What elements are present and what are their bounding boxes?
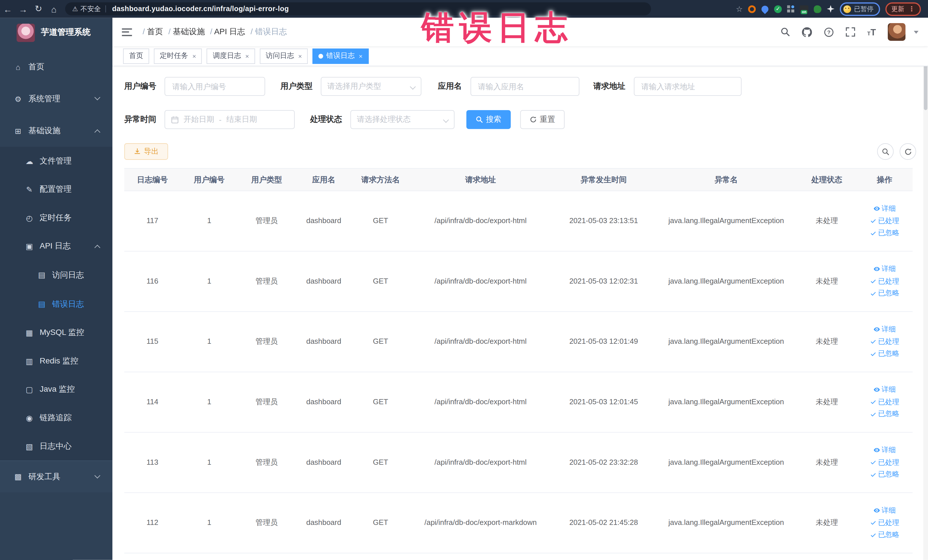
breadcrumb: / 首页 / 基础设施 / API 日志 xyxy=(143,26,287,37)
table-body: 117 1 管理员 dashboard GET /api/infra/db-do… xyxy=(124,191,913,554)
search-icon[interactable] xyxy=(781,27,790,37)
mark-processed-link[interactable]: 已处理 xyxy=(870,518,899,528)
mark-ignored-link[interactable]: 已忽略 xyxy=(870,349,899,359)
close-icon[interactable]: × xyxy=(359,52,363,60)
browser-forward-icon[interactable]: → xyxy=(15,4,31,14)
breadcrumb-item[interactable]: / 首页 xyxy=(143,26,163,37)
user-type-cell: 管理员 xyxy=(238,191,295,251)
breadcrumb-item[interactable]: / 基础设施 xyxy=(168,26,205,37)
mark-processed-link[interactable]: 已处理 xyxy=(870,398,899,407)
paused-badge[interactable]: 已暂停 xyxy=(840,2,880,16)
request-url-input[interactable] xyxy=(633,77,742,96)
browser-reload-icon[interactable]: ↻ xyxy=(31,3,46,14)
sidebar-item-mysql-monitor[interactable]: ▦ MySQL 监控 xyxy=(0,318,112,347)
page-url: dashboard.yudao.iocoder.cn/infra/log/api… xyxy=(112,5,289,13)
mark-ignored-link[interactable]: 已忽略 xyxy=(870,530,899,539)
address-bar[interactable]: ⚠ 不安全 dashboard.yudao.iocoder.cn/infra/l… xyxy=(65,2,651,15)
mark-ignored-link[interactable]: 已忽略 xyxy=(870,470,899,479)
extension-leaf-icon[interactable] xyxy=(814,5,821,13)
screen-icon: ▢ xyxy=(25,385,34,394)
search-button[interactable]: 搜索 xyxy=(466,110,511,129)
actions-cell: 详细 已处理 已忽略 xyxy=(856,312,913,372)
process-status-select[interactable]: 请选择处理状态 xyxy=(350,110,455,129)
sidebar-item-java-monitor[interactable]: ▢ Java 监控 xyxy=(0,375,112,404)
breadcrumb-item[interactable]: / API 日志 xyxy=(210,26,245,37)
detail-link[interactable]: 详细 xyxy=(873,446,896,455)
mark-ignored-link[interactable]: 已忽略 xyxy=(870,410,899,419)
exception-time-range[interactable]: 开始日期 - 结束日期 xyxy=(165,110,295,129)
tab-cron-job[interactable]: 定时任务 × xyxy=(154,48,202,64)
mark-ignored-link[interactable]: 已忽略 xyxy=(870,229,899,238)
breadcrumb-item[interactable]: / 错误日志 xyxy=(250,26,287,37)
mark-processed-link[interactable]: 已处理 xyxy=(870,458,899,467)
sidebar-item-home[interactable]: ⌂ 首页 xyxy=(0,51,112,83)
app-logo[interactable]: 芋道管理系统 xyxy=(0,18,112,47)
document-icon: ▧ xyxy=(25,442,34,451)
extension-star-icon[interactable] xyxy=(827,5,835,13)
request-url-cell: /api/infra/db-doc/export-html xyxy=(409,252,552,311)
sidebar-item-redis-monitor[interactable]: ▥ Redis 监控 xyxy=(0,347,112,375)
sidebar-item-log-center[interactable]: ▧ 日志中心 xyxy=(0,432,112,461)
reset-button[interactable]: 重置 xyxy=(520,110,565,129)
sidebar-item-api-log[interactable]: ▣ API 日志 xyxy=(0,232,112,261)
refresh-icon xyxy=(904,148,912,156)
sidebar-item-trace[interactable]: ◉ 链路追踪 xyxy=(0,404,112,432)
tab-home[interactable]: 首页 × xyxy=(123,48,149,64)
avatar[interactable] xyxy=(888,23,905,41)
detail-link[interactable]: 详细 xyxy=(873,204,896,214)
bookmark-star-icon[interactable]: ☆ xyxy=(736,5,743,14)
sidebar-item-error-log[interactable]: ▤ 错误日志 xyxy=(0,289,112,318)
fullscreen-icon[interactable] xyxy=(846,27,855,37)
extension-pin-icon[interactable] xyxy=(760,4,770,14)
collapse-sidebar-icon[interactable] xyxy=(122,28,132,36)
mark-ignored-link[interactable]: 已忽略 xyxy=(870,289,899,298)
extension-icon[interactable] xyxy=(748,5,756,13)
browser-back-icon[interactable]: ← xyxy=(0,4,15,14)
extension-switch-icon[interactable]: on xyxy=(800,5,809,13)
cloud-icon: ☁ xyxy=(25,157,34,165)
browser-menu-icon[interactable]: ⋮ xyxy=(908,5,915,13)
extension-grid-icon[interactable] xyxy=(787,5,794,12)
start-date-placeholder: 开始日期 xyxy=(183,114,214,125)
tab-access-log[interactable]: 访问日志 × xyxy=(259,48,308,64)
chevron-down-icon[interactable] xyxy=(914,31,919,34)
tab-error-log[interactable]: 错误日志 × xyxy=(313,48,369,64)
help-icon[interactable]: ? xyxy=(824,27,834,37)
sidebar-item-system[interactable]: ⚙ 系统管理 xyxy=(0,83,112,115)
check-icon xyxy=(870,278,876,285)
close-icon[interactable]: × xyxy=(192,52,196,60)
mark-processed-link[interactable]: 已处理 xyxy=(870,217,899,226)
check-icon xyxy=(870,532,876,538)
sidebar-item-dev-tools[interactable]: ▩ 研发工具 xyxy=(0,461,112,492)
sidebar-item-file-mgmt[interactable]: ☁ 文件管理 xyxy=(0,147,112,175)
log-id-cell: 115 xyxy=(124,312,180,372)
close-icon[interactable]: × xyxy=(298,52,302,60)
extension-check-icon[interactable]: ✓ xyxy=(774,5,782,13)
export-button[interactable]: 导出 xyxy=(124,143,168,160)
column-header: 请求地址 xyxy=(409,169,552,191)
update-badge[interactable]: 更新 ⋮ xyxy=(885,2,921,16)
font-size-icon[interactable]: TT xyxy=(867,27,876,37)
toggle-search-button[interactable] xyxy=(877,143,894,160)
user-type-label: 用户类型 xyxy=(281,81,312,92)
refresh-button[interactable] xyxy=(899,143,916,160)
detail-link[interactable]: 详细 xyxy=(873,506,896,515)
close-icon[interactable]: × xyxy=(245,52,249,60)
sidebar-item-access-log[interactable]: ▤ 访问日志 xyxy=(0,261,112,290)
tab-job-log[interactable]: 调度日志 × xyxy=(207,48,255,64)
browser-home-icon[interactable]: ⌂ xyxy=(46,4,62,14)
sidebar-item-cron-job[interactable]: ◴ 定时任务 xyxy=(0,204,112,232)
app-name-cell: dashboard xyxy=(295,312,352,372)
mark-processed-link[interactable]: 已处理 xyxy=(870,337,899,346)
app-name-input[interactable] xyxy=(470,77,579,96)
detail-link[interactable]: 详细 xyxy=(873,265,896,274)
detail-link[interactable]: 详细 xyxy=(873,325,896,334)
detail-link[interactable]: 详细 xyxy=(873,385,896,395)
github-icon[interactable] xyxy=(802,27,812,37)
user-type-select[interactable]: 请选择用户类型 xyxy=(321,77,421,96)
svg-text:?: ? xyxy=(827,29,830,35)
sidebar-item-config-mgmt[interactable]: ✎ 配置管理 xyxy=(0,175,112,204)
mark-processed-link[interactable]: 已处理 xyxy=(870,277,899,286)
user-id-input[interactable] xyxy=(165,77,265,96)
sidebar-item-infra[interactable]: ⊞ 基础设施 xyxy=(0,115,112,146)
